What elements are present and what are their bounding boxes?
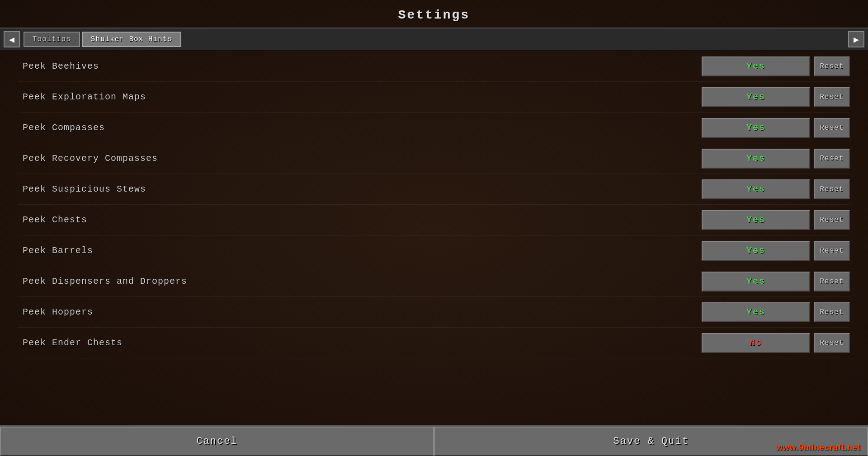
- value-button-4[interactable]: Yes: [702, 179, 810, 199]
- setting-label-2: Peek Compasses: [18, 122, 702, 133]
- tab-arrow-right[interactable]: ▶: [848, 31, 864, 47]
- watermark: www.9minecraft.net: [776, 443, 861, 452]
- setting-row-4: Peek Suspicious StewsYesReset: [18, 174, 850, 205]
- setting-row-1: Peek Exploration MapsYesReset: [18, 82, 850, 113]
- setting-control-1: YesReset: [702, 87, 850, 107]
- tab-bar: ◀ TooltipsShulker Box Hints ▶: [0, 28, 868, 51]
- reset-button-2[interactable]: Reset: [814, 118, 850, 138]
- cancel-button[interactable]: Cancel: [0, 427, 434, 456]
- value-button-1[interactable]: Yes: [702, 87, 810, 107]
- setting-row-8: Peek HoppersYesReset: [18, 297, 850, 328]
- setting-row-7: Peek Dispensers and DroppersYesReset: [18, 266, 850, 297]
- tabs-list: TooltipsShulker Box Hints: [24, 32, 844, 47]
- setting-label-5: Peek Chests: [18, 215, 702, 225]
- value-button-5[interactable]: Yes: [702, 210, 810, 230]
- setting-label-1: Peek Exploration Maps: [18, 92, 702, 102]
- settings-area: Peek BeehivesYesResetPeek Exploration Ma…: [0, 51, 868, 425]
- value-button-0[interactable]: Yes: [702, 56, 810, 76]
- value-button-6[interactable]: Yes: [702, 241, 810, 261]
- reset-button-8[interactable]: Reset: [814, 302, 850, 322]
- value-button-8[interactable]: Yes: [702, 302, 810, 322]
- reset-button-0[interactable]: Reset: [814, 56, 850, 76]
- setting-control-3: YesReset: [702, 149, 850, 169]
- setting-control-8: YesReset: [702, 302, 850, 322]
- reset-button-4[interactable]: Reset: [814, 179, 850, 199]
- setting-control-7: YesReset: [702, 272, 850, 291]
- tab-item-0[interactable]: Tooltips: [24, 32, 80, 47]
- setting-control-6: YesReset: [702, 241, 850, 261]
- tab-arrow-left[interactable]: ◀: [4, 31, 20, 47]
- reset-button-5[interactable]: Reset: [814, 210, 850, 230]
- value-button-3[interactable]: Yes: [702, 149, 810, 169]
- setting-label-6: Peek Barrels: [18, 245, 702, 256]
- setting-control-0: YesReset: [702, 56, 850, 76]
- reset-button-3[interactable]: Reset: [814, 149, 850, 169]
- setting-row-3: Peek Recovery CompassesYesReset: [18, 143, 850, 174]
- value-button-7[interactable]: Yes: [702, 272, 810, 291]
- reset-button-6[interactable]: Reset: [814, 241, 850, 261]
- setting-control-2: YesReset: [702, 118, 850, 138]
- reset-button-1[interactable]: Reset: [814, 87, 850, 107]
- reset-button-9[interactable]: Reset: [814, 333, 850, 353]
- setting-label-0: Peek Beehives: [18, 61, 702, 71]
- setting-control-4: YesReset: [702, 179, 850, 199]
- tab-item-1[interactable]: Shulker Box Hints: [82, 32, 181, 47]
- value-button-2[interactable]: Yes: [702, 118, 810, 138]
- setting-row-2: Peek CompassesYesReset: [18, 113, 850, 143]
- value-button-9[interactable]: No: [702, 333, 810, 353]
- setting-control-5: YesReset: [702, 210, 850, 230]
- setting-row-9: Peek Ender ChestsNoReset: [18, 328, 850, 358]
- setting-label-8: Peek Hoppers: [18, 307, 702, 317]
- page-title: Settings: [398, 8, 470, 22]
- setting-row-6: Peek BarrelsYesReset: [18, 235, 850, 266]
- setting-row-0: Peek BeehivesYesReset: [18, 51, 850, 82]
- setting-label-3: Peek Recovery Compasses: [18, 153, 702, 164]
- reset-button-7[interactable]: Reset: [814, 272, 850, 291]
- setting-label-9: Peek Ender Chests: [18, 338, 702, 348]
- bottom-bar: Cancel Save & Quit www.9minecraft.net: [0, 425, 868, 456]
- setting-label-4: Peek Suspicious Stews: [18, 184, 702, 194]
- setting-control-9: NoReset: [702, 333, 850, 353]
- setting-label-7: Peek Dispensers and Droppers: [18, 276, 702, 287]
- setting-row-5: Peek ChestsYesReset: [18, 205, 850, 235]
- settings-list: Peek BeehivesYesResetPeek Exploration Ma…: [18, 51, 850, 425]
